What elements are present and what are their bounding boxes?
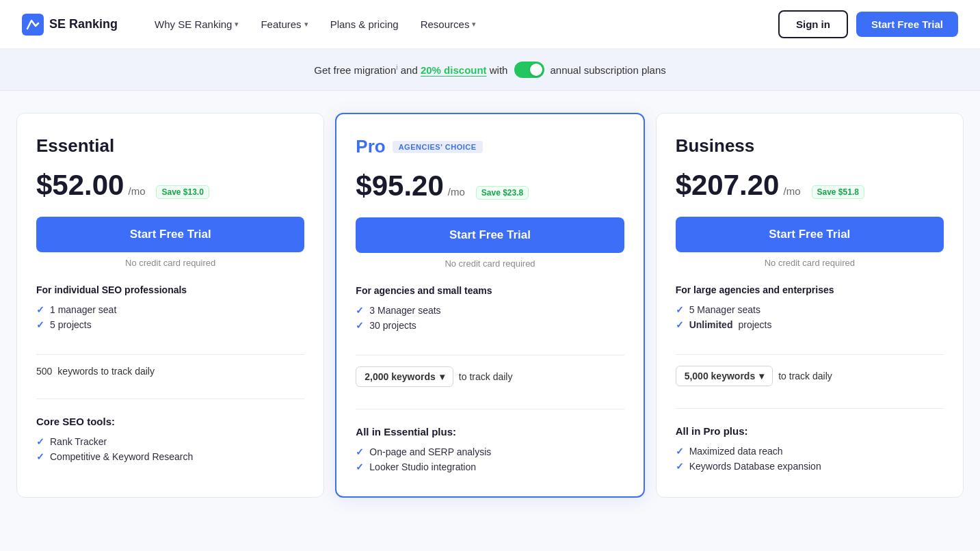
essential-trial-button[interactable]: Start Free Trial	[36, 217, 304, 252]
list-item: ✓ On-page and SERP analysis	[356, 444, 624, 459]
pro-keywords-dropdown[interactable]: 2,000 keywords ▾	[356, 366, 453, 387]
annual-toggle-wrap: annual subscription plans	[514, 62, 665, 78]
annual-label: annual subscription plans	[550, 64, 665, 76]
check-icon: ✓	[36, 319, 44, 330]
plan-pro-period: /mo	[448, 186, 465, 198]
business-features: ✓ 5 Manager seats ✓ Unlimited projects	[676, 302, 944, 332]
business-keywords-dropdown[interactable]: 5,000 keywords ▾	[676, 366, 773, 386]
keywords-label: to track daily	[778, 371, 832, 381]
signin-button[interactable]: Sign in	[778, 10, 848, 38]
essential-features: ✓ 1 manager seat ✓ 5 projects	[36, 302, 304, 332]
plan-essential-price: $52.00	[36, 169, 124, 202]
divider	[36, 354, 304, 355]
chevron-down-icon: ▾	[440, 371, 445, 382]
toggle-knob	[530, 64, 542, 76]
divider	[356, 409, 624, 409]
check-icon: ✓	[676, 461, 684, 472]
plan-business-name: Business	[676, 135, 755, 157]
plan-card-essential: Essential $52.00 /mo Save $13.0 Start Fr…	[16, 113, 324, 498]
nav-plans-pricing[interactable]: Plans & pricing	[321, 13, 408, 36]
check-icon: ✓	[36, 451, 44, 462]
divider	[676, 354, 944, 355]
essential-keywords-row: 500 keywords to track daily	[36, 366, 304, 377]
list-item: ✓ 3 Manager seats	[356, 303, 624, 318]
chevron-down-icon: ▾	[472, 20, 476, 29]
plan-essential-name: Essential	[36, 135, 114, 157]
list-item: ✓ 5 projects	[36, 317, 304, 332]
plan-business-price-row: $207.20 /mo Save $51.8	[676, 169, 944, 202]
essential-tagline: For individual SEO professionals	[36, 284, 304, 295]
business-keywords-row: 5,000 keywords ▾ to track daily	[676, 366, 944, 386]
nav-trial-button[interactable]: Start Free Trial	[856, 12, 958, 37]
keywords-static: 500	[36, 366, 52, 377]
divider	[356, 355, 624, 355]
plan-business-save: Save $51.8	[812, 185, 864, 199]
nav-links: Why SE Ranking ▾ Features ▾ Plans & pric…	[145, 13, 778, 36]
plan-pro-price-row: $95.20 /mo Save $23.8	[356, 170, 624, 202]
check-icon: ✓	[356, 305, 364, 316]
plan-business-period: /mo	[783, 185, 800, 197]
check-icon: ✓	[36, 436, 44, 447]
check-icon: ✓	[36, 304, 44, 315]
keywords-label: keywords to track daily	[57, 366, 155, 377]
essential-core-features: ✓ Rank Tracker ✓ Competitive & Keyword R…	[36, 434, 304, 464]
list-item: ✓ Unlimited projects	[676, 317, 944, 332]
plan-card-business: Business $207.20 /mo Save $51.8 Start Fr…	[656, 113, 964, 498]
check-icon: ✓	[676, 304, 684, 315]
list-item: ✓ Looker Studio integration	[356, 459, 624, 474]
svg-rect-0	[22, 14, 44, 36]
nav-resources[interactable]: Resources ▾	[411, 13, 486, 36]
plan-essential-period: /mo	[128, 185, 145, 197]
check-icon: ✓	[356, 461, 364, 472]
check-icon: ✓	[676, 319, 684, 330]
navigation: SE Ranking Why SE Ranking ▾ Features ▾ P…	[0, 0, 980, 49]
chevron-down-icon: ▾	[235, 20, 239, 29]
plan-essential-price-row: $52.00 /mo Save $13.0	[36, 169, 304, 202]
keywords-label: to track daily	[459, 371, 513, 382]
pro-keywords-row: 2,000 keywords ▾ to track daily	[356, 366, 624, 387]
plan-pro-save: Save $23.8	[476, 186, 529, 200]
chevron-down-icon: ▾	[759, 371, 764, 381]
chevron-down-icon: ▾	[304, 20, 308, 29]
info-icon: i	[396, 64, 397, 71]
plan-pro-name: Pro	[356, 136, 385, 157]
pro-features: ✓ 3 Manager seats ✓ 30 projects	[356, 303, 624, 333]
business-trial-button[interactable]: Start Free Trial	[676, 217, 944, 252]
list-item: ✓ Competitive & Keyword Research	[36, 449, 304, 464]
plan-business-price: $207.20	[676, 169, 780, 202]
discount-text: 20% discount	[421, 64, 487, 76]
logo-text: SE Ranking	[49, 17, 118, 31]
plan-essential-header: Essential	[36, 135, 304, 157]
pro-no-cc: No credit card required	[356, 258, 624, 269]
essential-section-title: Core SEO tools:	[36, 416, 304, 427]
business-no-cc: No credit card required	[676, 258, 944, 268]
list-item: ✓ Keywords Database expansion	[676, 459, 944, 474]
plan-business-header: Business	[676, 135, 944, 157]
list-item: ✓ 30 projects	[356, 318, 624, 333]
business-section-title: All in Pro plus:	[676, 425, 944, 437]
plan-pro-header: Pro AGENCIES' CHOICE	[356, 136, 624, 157]
nav-why-se-ranking[interactable]: Why SE Ranking ▾	[145, 13, 248, 36]
list-item: ✓ 1 manager seat	[36, 302, 304, 317]
logo[interactable]: SE Ranking	[22, 14, 118, 36]
agencies-choice-badge: AGENCIES' CHOICE	[393, 141, 483, 153]
plan-card-pro: Pro AGENCIES' CHOICE $95.20 /mo Save $23…	[335, 113, 644, 498]
essential-no-cc: No credit card required	[36, 258, 304, 268]
plan-essential-save: Save $13.0	[156, 185, 209, 199]
nav-actions: Sign in Start Free Trial	[778, 10, 958, 38]
pro-core-features: ✓ On-page and SERP analysis ✓ Looker Stu…	[356, 444, 624, 474]
annual-toggle[interactable]	[514, 62, 544, 78]
list-item: ✓ 5 Manager seats	[676, 302, 944, 317]
divider	[36, 399, 304, 399]
divider	[676, 408, 944, 409]
list-item: ✓ Maximized data reach	[676, 444, 944, 459]
pricing-section: Essential $52.00 /mo Save $13.0 Start Fr…	[0, 91, 980, 525]
nav-features[interactable]: Features ▾	[251, 13, 317, 36]
banner-text1: Get free migrationi and 20% discount wit…	[314, 64, 507, 76]
pro-section-title: All in Essential plus:	[356, 426, 624, 438]
check-icon: ✓	[356, 320, 364, 331]
pro-trial-button[interactable]: Start Free Trial	[356, 217, 624, 253]
business-tagline: For large agencies and enterprises	[676, 284, 944, 295]
list-item: ✓ Rank Tracker	[36, 434, 304, 449]
check-icon: ✓	[676, 446, 684, 457]
